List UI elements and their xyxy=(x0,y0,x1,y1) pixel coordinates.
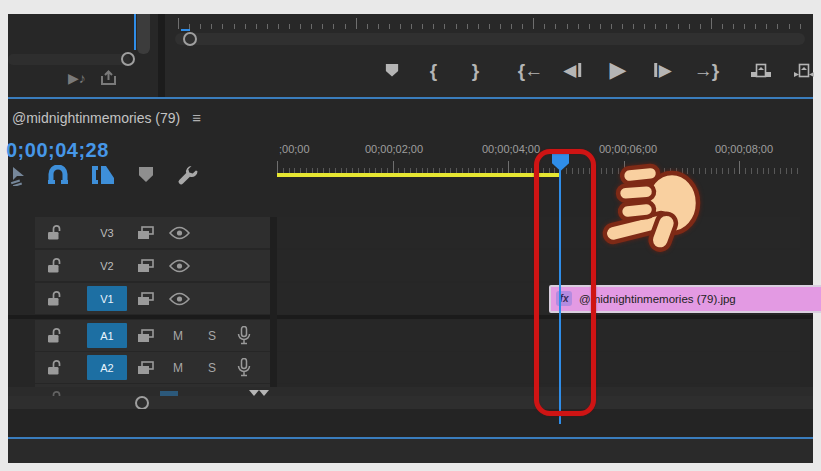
track-row-a2: A2 M S xyxy=(8,352,813,383)
linked-selection-icon[interactable] xyxy=(90,165,116,186)
timeline-panel: @midnightinmemories (79) ≡ 0;00;04;28 xyxy=(8,99,813,463)
ruler-label: 00;00;02;00 xyxy=(365,143,423,155)
timeline-tab[interactable]: @midnightinmemories (79) ≡ xyxy=(12,109,201,126)
ruler-label: 00;00;04;00 xyxy=(482,143,540,155)
track-row-v1: V1 fx @midnightinmemories (79).jpg xyxy=(8,283,813,314)
mute-button[interactable]: M xyxy=(171,329,185,343)
track-header-v1: V1 xyxy=(35,283,270,314)
ruler-label: 00;00;08;00 xyxy=(715,143,773,155)
pointing-hand-icon xyxy=(596,155,708,255)
export-frame-icon[interactable] xyxy=(100,70,118,87)
screenshot-stage: ▶♪ { } {← ◀ ▶ xyxy=(0,0,821,471)
go-to-in-button[interactable]: {← xyxy=(518,54,542,86)
timeline-settings-wrench-icon[interactable] xyxy=(176,165,199,187)
track-header-a1: A1 M S xyxy=(35,320,270,351)
add-marker-icon[interactable] xyxy=(139,167,153,182)
lock-icon[interactable] xyxy=(45,257,62,274)
program-zoom-handle[interactable] xyxy=(183,32,197,46)
video-audio-divider xyxy=(8,315,813,319)
track-target-v1[interactable]: V1 xyxy=(87,286,127,311)
solo-button[interactable]: S xyxy=(205,361,219,375)
sync-lock-icon[interactable] xyxy=(137,328,155,344)
extract-button[interactable] xyxy=(794,54,814,86)
program-mini-ruler[interactable] xyxy=(178,16,803,29)
voiceover-mic-icon[interactable] xyxy=(237,326,251,345)
add-marker-button[interactable] xyxy=(386,54,399,86)
track-header-a2: A2 M S xyxy=(35,352,270,383)
program-playhead-dash xyxy=(181,29,190,31)
transport-controls: { } {← ◀ ▶ ▶ →} xyxy=(165,54,813,90)
program-monitor-panel: { } {← ◀ ▶ ▶ →} xyxy=(165,14,813,97)
collapse-icon[interactable] xyxy=(248,389,270,396)
annotation-red-rectangle xyxy=(534,149,596,416)
sync-lock-icon[interactable] xyxy=(137,225,155,241)
render-bar-yellow xyxy=(277,173,560,177)
play-button[interactable]: ▶ xyxy=(610,54,627,86)
sequence-tab-title: @midnightinmemories (79) xyxy=(12,110,180,126)
toggle-track-output-eye-icon[interactable] xyxy=(169,226,190,240)
step-back-button[interactable]: ◀ xyxy=(563,54,581,86)
go-to-out-button[interactable]: →} xyxy=(694,54,718,86)
timeline-bottom-gap xyxy=(8,409,813,437)
extract-icon xyxy=(794,63,814,78)
sync-lock-icon[interactable] xyxy=(137,258,155,274)
track-row-a1: A1 M S xyxy=(8,320,813,351)
lift-icon xyxy=(751,63,771,78)
solo-button[interactable]: S xyxy=(205,329,219,343)
lock-icon[interactable] xyxy=(45,224,62,241)
track-header-v3: V3 xyxy=(35,217,270,248)
sync-lock-icon[interactable] xyxy=(137,291,155,307)
mark-in-button[interactable]: { xyxy=(430,54,436,86)
sync-lock-icon[interactable] xyxy=(137,360,155,376)
source-playhead-line xyxy=(134,14,136,50)
marker-icon xyxy=(386,64,399,77)
source-vertical-scrollbar[interactable] xyxy=(137,14,150,54)
mark-out-button[interactable]: } xyxy=(472,54,478,86)
nest-insert-toggle-icon[interactable] xyxy=(10,166,28,186)
track-header-v2: V2 xyxy=(35,250,270,281)
playhead-timecode[interactable]: 0;00;04;28 xyxy=(6,139,109,162)
track-target-a1[interactable]: A1 xyxy=(87,323,127,348)
voiceover-mic-icon[interactable] xyxy=(237,358,251,377)
ruler-label: 00;00;06;00 xyxy=(599,143,657,155)
timeline-toolbar xyxy=(8,163,218,189)
mute-button[interactable]: M xyxy=(171,361,185,375)
toggle-track-output-eye-icon[interactable] xyxy=(169,292,190,306)
program-zoom-bar[interactable] xyxy=(175,33,805,45)
play-audio-only-icon[interactable]: ▶♪ xyxy=(68,70,86,86)
clip-label: @midnightinmemories (79).jpg xyxy=(579,293,736,305)
lock-icon[interactable] xyxy=(45,327,62,344)
source-monitor-panel: ▶♪ xyxy=(8,14,158,97)
toggle-track-output-eye-icon[interactable] xyxy=(169,259,190,273)
lift-button[interactable] xyxy=(751,54,771,86)
panel-separator xyxy=(158,14,165,97)
track-target-a2[interactable]: A2 xyxy=(87,355,127,380)
bottom-strip xyxy=(8,439,813,463)
timeline-horizontal-scrollbar[interactable] xyxy=(8,396,813,409)
track-target-v3[interactable]: V3 xyxy=(87,220,127,245)
snap-toggle-icon[interactable] xyxy=(46,165,70,187)
track-target-v2[interactable]: V2 xyxy=(87,253,127,278)
ruler-label: ;00;00 xyxy=(279,143,310,155)
lock-icon[interactable] xyxy=(45,359,62,376)
step-forward-button[interactable]: ▶ xyxy=(654,54,672,86)
timeline-scroll-handle[interactable] xyxy=(135,396,149,410)
panel-menu-icon[interactable]: ≡ xyxy=(192,109,201,126)
lock-icon[interactable] xyxy=(45,290,62,307)
partial-track-row xyxy=(8,387,813,396)
